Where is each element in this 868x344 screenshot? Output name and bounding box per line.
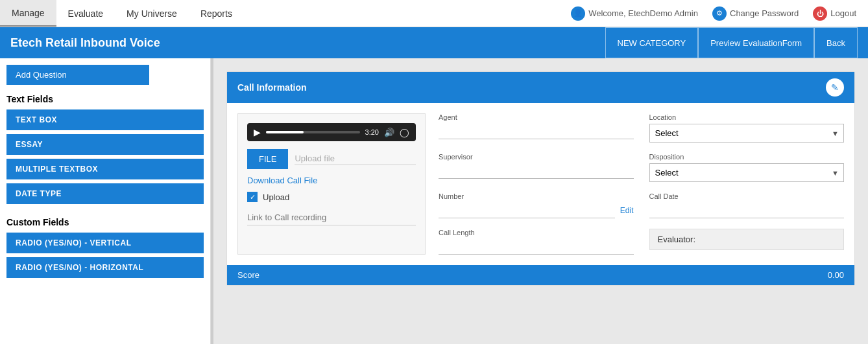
radio-yes-no-horizontal-button[interactable]: RADIO (YES/NO) - HORIZONTAL — [6, 257, 204, 278]
number-field-group: Number Edit — [439, 192, 634, 218]
user-icon: 👤 — [571, 6, 585, 21]
supervisor-label: Supervisor — [439, 153, 634, 161]
custom-fields-section-title: Custom Fields — [6, 217, 204, 227]
download-call-file-link[interactable]: Download Call File — [247, 176, 416, 185]
call-card-title: Call Information — [237, 82, 307, 93]
agent-input[interactable] — [439, 124, 634, 139]
settings-icon: ⚙ — [712, 6, 727, 21]
upload-checkbox[interactable] — [247, 192, 258, 202]
call-length-label: Call Length — [439, 229, 634, 236]
text-fields-section-title: Text Fields — [6, 94, 204, 104]
call-card-header: Call Information ✎ — [227, 72, 854, 103]
evaluator-label: Evaluator: — [658, 235, 696, 244]
upload-row: Upload — [247, 192, 416, 202]
sidebar: Add Question Text Fields TEXT BOX ESSAY … — [0, 58, 211, 344]
new-category-button[interactable]: NEW CATEGORY — [605, 27, 699, 58]
nav-item-reports[interactable]: Reports — [189, 0, 244, 27]
evaluator-box: Evaluator: — [649, 229, 845, 250]
score-label: Score — [237, 270, 259, 280]
logout-btn[interactable]: ⏻ Logout — [808, 6, 862, 21]
essay-button[interactable]: ESSAY — [6, 134, 204, 155]
disposition-label: Disposition — [649, 153, 845, 161]
play-button[interactable]: ▶ — [254, 127, 261, 137]
nav-item-my-universe[interactable]: My Universe — [115, 0, 189, 27]
welcome-user: 👤 Welcome, EtechDemo Admin — [566, 6, 703, 21]
main-layout: Add Question Text Fields TEXT BOX ESSAY … — [0, 58, 868, 344]
location-field-group: Location Select ▼ — [649, 113, 845, 143]
agent-label: Agent — [439, 113, 634, 121]
content-area: Call Information ✎ ▶ 3:20 🔊 ◯ — [213, 58, 868, 344]
add-question-button[interactable]: Add Question — [6, 65, 149, 85]
call-date-field-group: Call Date — [649, 192, 845, 218]
number-edit-link[interactable]: Edit — [620, 206, 634, 215]
preview-evaluation-button[interactable]: Preview EvaluationForm — [698, 27, 814, 58]
call-right-panel: Agent Location Select ▼ — [439, 113, 844, 255]
call-date-label: Call Date — [649, 192, 845, 200]
back-button[interactable]: Back — [814, 27, 858, 58]
disposition-select[interactable]: Select — [649, 163, 845, 182]
call-card-body: ▶ 3:20 🔊 ◯ FILE Upload file Dow — [227, 103, 854, 265]
top-navigation: Manage Evaluate My Universe Reports 👤 We… — [0, 0, 868, 27]
call-date-input[interactable] — [649, 203, 845, 218]
upload-label: Upload — [263, 192, 289, 202]
disposition-field-group: Disposition Select ▼ — [649, 153, 845, 182]
change-password-btn[interactable]: ⚙ Change Password — [707, 6, 804, 21]
radio-yes-no-vertical-button[interactable]: RADIO (YES/NO) - VERTICAL — [6, 233, 204, 253]
location-select-wrapper: Select ▼ — [649, 124, 845, 143]
disposition-select-wrapper: Select ▼ — [649, 163, 845, 182]
page-title: Etech Retail Inbound Voice — [10, 36, 605, 50]
call-length-input[interactable] — [439, 239, 634, 255]
location-select[interactable]: Select — [649, 124, 845, 143]
location-label: Location — [649, 113, 845, 121]
call-length-field-group: Call Length — [439, 229, 634, 255]
number-input[interactable] — [439, 203, 615, 218]
recording-link-input[interactable] — [247, 210, 416, 225]
nav-item-evaluate[interactable]: Evaluate — [56, 0, 115, 27]
evaluator-field-group: Evaluator: — [649, 229, 845, 255]
volume-icon[interactable]: 🔊 — [384, 128, 394, 137]
multiple-textbox-button[interactable]: MULTIPLE TEXTBOX — [6, 159, 204, 179]
audio-progress-bar[interactable] — [266, 131, 360, 133]
call-left-panel: ▶ 3:20 🔊 ◯ FILE Upload file Dow — [237, 113, 426, 255]
supervisor-field-group: Supervisor — [439, 153, 634, 182]
header-bar: Etech Retail Inbound Voice NEW CATEGORY … — [0, 27, 868, 58]
score-value: 0.00 — [828, 270, 844, 280]
score-bar: Score 0.00 — [227, 265, 854, 285]
supervisor-input[interactable] — [439, 163, 634, 179]
audio-player[interactable]: ▶ 3:20 🔊 ◯ — [247, 123, 416, 141]
logout-icon: ⏻ — [813, 6, 827, 21]
edit-call-info-button[interactable]: ✎ — [826, 78, 844, 97]
nav-item-manage[interactable]: Manage — [0, 0, 56, 27]
file-button[interactable]: FILE — [247, 149, 288, 169]
agent-field-group: Agent — [439, 113, 634, 143]
file-input-placeholder: Upload file — [295, 154, 416, 165]
nav-right-section: 👤 Welcome, EtechDemo Admin ⚙ Change Pass… — [566, 6, 868, 21]
file-upload-row: FILE Upload file — [247, 149, 416, 169]
audio-time: 3:20 — [365, 128, 379, 136]
audio-progress-fill — [266, 131, 304, 133]
audio-settings-icon[interactable]: ◯ — [400, 128, 409, 137]
call-information-card: Call Information ✎ ▶ 3:20 🔊 ◯ — [226, 71, 855, 286]
number-edit-row: Edit — [439, 203, 634, 218]
text-box-button[interactable]: TEXT BOX — [6, 109, 204, 130]
number-label: Number — [439, 192, 634, 200]
date-type-button[interactable]: DATE TYPE — [6, 183, 204, 204]
